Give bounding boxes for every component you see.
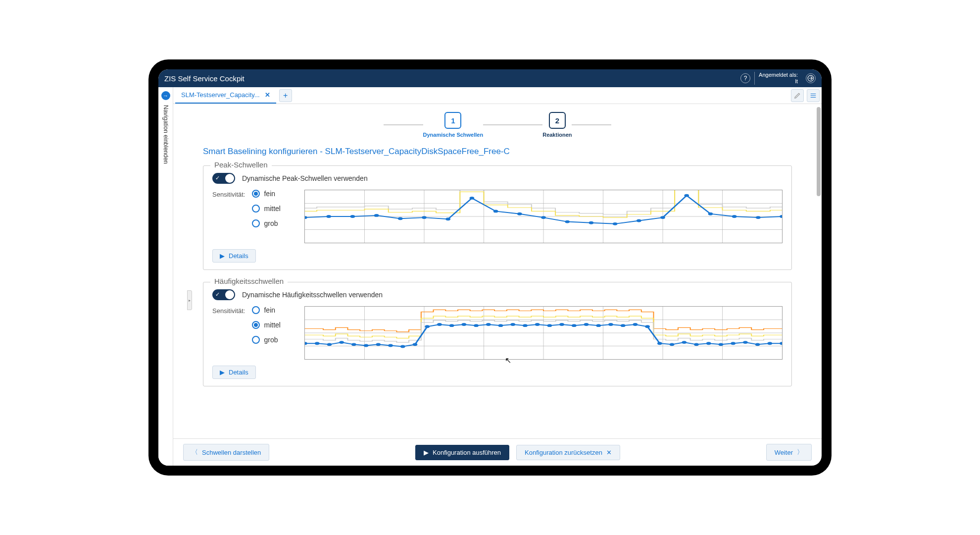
svg-point-21 — [470, 197, 475, 200]
svg-point-46 — [315, 342, 320, 345]
freq-radio-grob[interactable]: grob — [252, 336, 280, 344]
svg-point-72 — [633, 323, 638, 326]
peak-toggle[interactable]: ✓ — [212, 173, 235, 184]
svg-point-79 — [719, 343, 724, 346]
peak-legend: Peak-Schwellen — [210, 160, 272, 169]
nav-expand-label[interactable]: Navigation einblenden — [162, 105, 169, 164]
scrollbar[interactable] — [817, 107, 821, 196]
svg-point-17 — [374, 214, 379, 217]
tab-close-icon[interactable]: ✕ — [265, 91, 270, 99]
svg-point-47 — [327, 343, 332, 346]
svg-point-30 — [684, 194, 689, 197]
page-title: Smart Baselining konfigurieren - SLM-Tes… — [203, 147, 792, 157]
freq-fieldset: Häufigkeitsschwellen ✓ Dynamische Häufig… — [203, 282, 792, 386]
tab-add-button[interactable]: + — [279, 89, 292, 102]
step-2[interactable]: 2 — [549, 112, 566, 129]
run-config-button[interactable]: ▶ Konfiguration ausführen — [415, 445, 509, 460]
svg-point-60 — [486, 323, 491, 326]
svg-point-63 — [523, 324, 528, 327]
step-1-label: Dynamische Schwellen — [423, 132, 484, 138]
user-info: Angemeldet als: lt — [754, 72, 802, 85]
play-icon: ▶ — [220, 252, 225, 260]
chevron-right-icon: 〉 — [797, 448, 803, 457]
svg-point-78 — [706, 342, 711, 345]
nav-expand-icon[interactable]: → — [161, 91, 170, 100]
svg-point-22 — [493, 210, 498, 213]
user-name: lt — [759, 78, 798, 85]
svg-point-28 — [637, 219, 641, 222]
footer: 〈 Schwellen darstellen ▶ Konfiguration a… — [173, 438, 822, 466]
svg-point-48 — [339, 341, 344, 344]
svg-point-73 — [645, 325, 650, 328]
freq-sensitivity-label: Sensitivität: — [212, 306, 245, 315]
logout-icon[interactable] — [806, 73, 816, 83]
chevron-left-icon: 〈 — [192, 448, 198, 457]
svg-point-52 — [388, 344, 393, 347]
help-icon[interactable]: ? — [740, 73, 750, 83]
freq-radio-mittel[interactable]: mittel — [252, 321, 280, 329]
svg-point-33 — [756, 216, 761, 219]
peak-radio-grob[interactable]: grob — [252, 219, 280, 227]
tab-bar: SLM-Testserver_Capacity... ✕ + — [173, 87, 822, 104]
svg-point-18 — [398, 217, 403, 220]
svg-point-19 — [422, 216, 427, 219]
peak-details-button[interactable]: ▶ Details — [212, 249, 256, 263]
svg-point-76 — [682, 341, 686, 344]
back-button[interactable]: 〈 Schwellen darstellen — [183, 444, 269, 461]
nav-drag-handle[interactable]: ▸ — [187, 290, 192, 310]
freq-details-button[interactable]: ▶ Details — [212, 366, 256, 379]
svg-point-81 — [743, 341, 748, 344]
svg-point-45 — [305, 342, 307, 345]
step-2-label: Reaktionen — [542, 132, 572, 138]
edit-icon[interactable] — [791, 89, 804, 102]
nav-rail: → Navigation einblenden — [158, 87, 173, 466]
svg-point-61 — [498, 324, 503, 327]
svg-point-25 — [565, 220, 570, 223]
peak-sensitivity-label: Sensitivität: — [212, 190, 245, 198]
reset-config-button[interactable]: Konfiguration zurücksetzen ✕ — [516, 445, 620, 460]
peak-radio-fein[interactable]: fein — [252, 190, 280, 198]
play-icon: ▶ — [220, 369, 225, 376]
svg-point-53 — [400, 345, 405, 348]
stepper: 1 Dynamische Schwellen 2 Reaktionen — [203, 112, 792, 138]
svg-point-83 — [767, 342, 772, 345]
svg-point-57 — [449, 324, 454, 327]
freq-radio-fein[interactable]: fein — [252, 306, 280, 314]
step-1[interactable]: 1 — [444, 112, 461, 129]
svg-point-77 — [694, 343, 699, 346]
svg-point-31 — [708, 213, 713, 215]
svg-point-68 — [584, 323, 589, 326]
svg-point-56 — [437, 323, 442, 326]
peak-radio-mittel[interactable]: mittel — [252, 205, 280, 213]
svg-point-23 — [517, 213, 522, 215]
svg-point-50 — [364, 344, 369, 347]
svg-point-26 — [589, 221, 594, 224]
svg-point-69 — [596, 324, 601, 327]
svg-point-65 — [547, 324, 552, 327]
next-button[interactable]: Weiter 〉 — [766, 444, 812, 461]
svg-point-75 — [670, 343, 675, 346]
tab-active[interactable]: SLM-Testserver_Capacity... ✕ — [175, 87, 276, 104]
svg-point-67 — [572, 324, 577, 327]
svg-point-34 — [780, 215, 782, 218]
freq-toggle[interactable]: ✓ — [212, 289, 235, 300]
svg-point-64 — [535, 323, 540, 326]
svg-point-70 — [608, 323, 613, 326]
close-icon: ✕ — [606, 449, 612, 456]
app-header: ZIS Self Service Cockpit ? Angemeldet al… — [158, 69, 822, 87]
svg-point-59 — [474, 324, 479, 327]
svg-point-58 — [461, 323, 466, 326]
freq-legend: Häufigkeitsschwellen — [210, 277, 288, 285]
svg-point-29 — [660, 216, 665, 219]
play-icon: ▶ — [424, 449, 429, 456]
svg-point-82 — [755, 343, 760, 346]
logged-in-label: Angemeldet als: — [759, 72, 798, 78]
svg-point-24 — [541, 216, 546, 219]
content-area: 1 Dynamische Schwellen 2 Reaktionen Smar… — [173, 104, 822, 438]
svg-point-27 — [613, 222, 618, 225]
app-title: ZIS Self Service Cockpit — [164, 74, 740, 83]
svg-point-80 — [731, 342, 735, 345]
menu-icon[interactable] — [807, 89, 820, 102]
svg-point-49 — [351, 343, 356, 346]
freq-toggle-label: Dynamische Häufigkeitsschwellen verwende… — [242, 291, 383, 299]
